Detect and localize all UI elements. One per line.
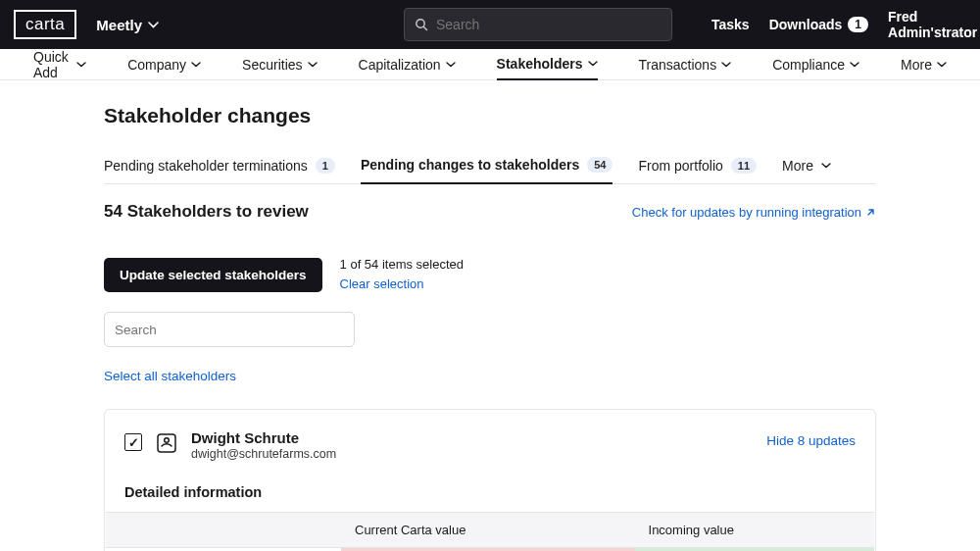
clear-selection-link[interactable]: Clear selection: [340, 275, 464, 294]
col-current-header: Current Carta value: [341, 513, 635, 548]
detail-section-title: Detailed information: [124, 484, 856, 500]
section-header: 54 Stakeholders to review Check for upda…: [104, 202, 876, 222]
tab-pending-terminations[interactable]: Pending stakeholder terminations 1: [104, 158, 335, 183]
stakeholder-search-input[interactable]: [104, 312, 355, 347]
tab-pending-changes[interactable]: Pending changes to stakeholders 54: [361, 157, 613, 184]
top-header: carta Meetly Tasks Downloads 1 Fred Admi…: [0, 0, 980, 49]
page-content: Stakeholder changes Pending stakeholder …: [0, 104, 980, 551]
card-header: ✓ Dwight Schrute dwight@schrutefarms.com…: [105, 429, 875, 461]
stakeholder-card: ✓ Dwight Schrute dwight@schrutefarms.com…: [104, 409, 876, 551]
actions-row: Update selected stakeholders 1 of 54 ite…: [104, 255, 876, 294]
search-icon: [415, 18, 428, 31]
check-updates-link[interactable]: Check for updates by running integration: [632, 205, 876, 220]
stakeholder-icon: [156, 432, 177, 454]
chevron-down-icon: [821, 163, 831, 169]
select-all-link[interactable]: Select all stakeholders: [104, 369, 236, 383]
external-link-icon: [865, 207, 876, 218]
nav-transactions[interactable]: Transactions: [639, 49, 732, 80]
tab-label: Pending stakeholder terminations: [104, 158, 308, 174]
nav-securities[interactable]: Securities: [242, 49, 317, 80]
tab-count-badge: 1: [316, 158, 335, 174]
nav-label: More: [901, 57, 932, 73]
nav-label: Capitalization: [359, 57, 441, 73]
nav-label: Quick Add: [33, 49, 72, 80]
selection-count-text: 1 of 54 items selected: [340, 255, 464, 275]
svg-line-1: [423, 26, 426, 29]
tab-label: From portfolio: [638, 158, 722, 174]
section-title: 54 Stakeholders to review: [104, 202, 309, 222]
col-field: [106, 513, 341, 548]
nav-label: Stakeholders: [497, 56, 583, 72]
nav-compliance[interactable]: Compliance: [772, 49, 859, 80]
nav-quick-add[interactable]: Quick Add: [33, 49, 86, 80]
nav-label: Compliance: [772, 57, 845, 73]
global-search-input[interactable]: [436, 17, 662, 32]
downloads-label: Downloads: [769, 17, 843, 32]
chevron-down-icon: [721, 62, 731, 68]
chevron-down-icon: [446, 62, 456, 68]
global-search[interactable]: [404, 8, 672, 41]
tab-from-portfolio[interactable]: From portfolio 11: [638, 158, 757, 183]
page-title: Stakeholder changes: [104, 104, 876, 127]
nav-stakeholders[interactable]: Stakeholders: [497, 49, 598, 80]
stakeholder-identity: Dwight Schrute dwight@schrutefarms.com: [191, 429, 336, 461]
downloads-link[interactable]: Downloads 1: [769, 17, 868, 32]
svg-point-3: [165, 438, 170, 443]
downloads-count-badge: 1: [848, 17, 868, 32]
tab-label: More: [782, 158, 813, 174]
update-selected-button[interactable]: Update selected stakeholders: [104, 258, 322, 292]
secondary-nav: Quick Add Company Securities Capitalizat…: [0, 49, 980, 80]
tab-label: Pending changes to stakeholders: [361, 157, 579, 173]
table-header-row: Current Carta value Incoming value: [106, 513, 874, 548]
nav-capitalization[interactable]: Capitalization: [359, 49, 456, 80]
col-incoming-header: Incoming value: [635, 513, 874, 548]
nav-company[interactable]: Company: [127, 49, 201, 80]
org-name: Meetly: [96, 17, 142, 33]
chevron-down-icon: [308, 62, 318, 68]
stakeholder-email: dwight@schrutefarms.com: [191, 447, 336, 461]
hide-updates-link[interactable]: Hide 8 updates: [766, 433, 856, 448]
subtabs: Pending stakeholder terminations 1 Pendi…: [104, 157, 876, 184]
nav-label: Transactions: [639, 57, 717, 73]
chevron-down-icon: [148, 22, 159, 28]
chevron-down-icon: [588, 61, 598, 67]
nav-more[interactable]: More: [901, 49, 947, 80]
stakeholder-checkbox[interactable]: ✓: [124, 433, 142, 451]
chevron-down-icon: [850, 62, 859, 68]
nav-label: Company: [127, 57, 186, 73]
user-name: Fred Admin'strator: [888, 9, 977, 40]
chevron-down-icon: [76, 62, 86, 68]
stakeholder-name: Dwight Schrute: [191, 429, 336, 446]
org-switcher[interactable]: Meetly: [96, 17, 159, 33]
user-menu[interactable]: Fred Admin'strator: [888, 9, 980, 40]
tab-more[interactable]: More: [782, 158, 831, 183]
detail-table: Current Carta value Incoming value First…: [106, 512, 874, 551]
global-search-wrap: [404, 8, 672, 41]
logo[interactable]: carta: [14, 10, 76, 39]
nav-label: Securities: [242, 57, 302, 73]
selection-info: 1 of 54 items selected Clear selection: [340, 255, 464, 294]
tab-count-badge: 11: [731, 158, 757, 174]
chevron-down-icon: [937, 62, 947, 68]
tab-count-badge: 54: [587, 157, 612, 173]
tasks-link[interactable]: Tasks: [711, 17, 750, 32]
link-label: Check for updates by running integration: [632, 205, 861, 220]
chevron-down-icon: [191, 62, 201, 68]
